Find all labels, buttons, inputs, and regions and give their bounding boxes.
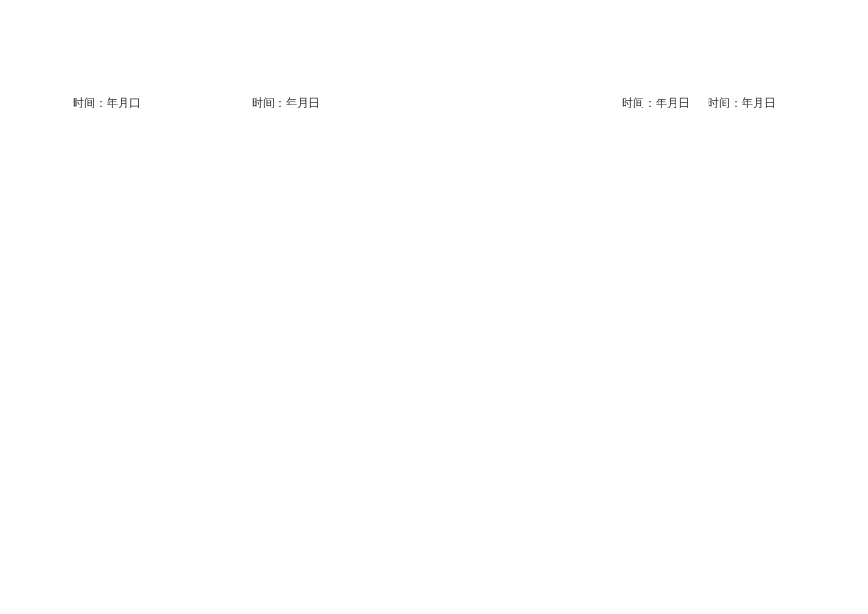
time-field-2: 时间：年月日	[252, 95, 320, 111]
time-field-3: 时间：年月日	[622, 95, 690, 111]
time-field-1: 时间：年月口	[73, 95, 141, 111]
time-field-4: 时间：年月日	[708, 95, 776, 111]
